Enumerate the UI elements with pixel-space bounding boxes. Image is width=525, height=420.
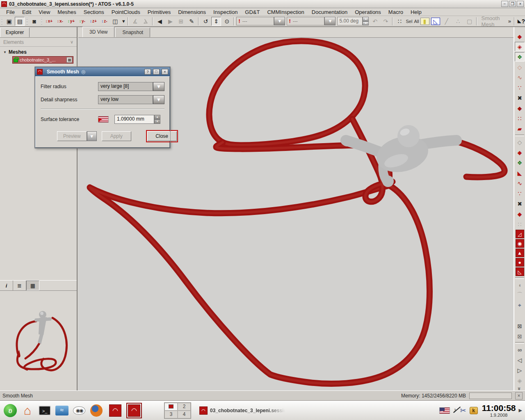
toolbar-grip[interactable] <box>41 17 42 25</box>
sel-label[interactable]: Sel <box>405 19 413 24</box>
zoom-view-icon[interactable]: ⊙ <box>222 17 232 26</box>
polyhedron-gray-icon[interactable]: ◇ <box>515 137 525 147</box>
spin-up-icon[interactable]: ▲ <box>154 115 160 119</box>
whats-this-icon[interactable]: ◣ ? <box>518 18 525 25</box>
menu-item[interactable]: Edit <box>18 8 35 16</box>
rotate-view-icon[interactable]: ↺ <box>201 17 210 26</box>
view-cube-icon[interactable]: ◫ <box>110 17 120 26</box>
apply-button[interactable]: Apply <box>102 131 131 141</box>
delete-box-icon[interactable]: ⊠ <box>515 321 525 331</box>
bridge-gray-icon[interactable]: ⌒ <box>515 290 525 300</box>
menu-item[interactable]: Dimensions <box>174 8 210 16</box>
visibility-checkbox[interactable] <box>66 57 72 63</box>
view-z-plus-icon[interactable]: ↕z+ <box>88 17 99 26</box>
info-tab-icon[interactable]: i <box>0 281 13 290</box>
sphere-cluster2-icon[interactable]: ∵ <box>515 189 525 198</box>
wedge-mesh-icon[interactable]: ◣ <box>515 168 525 178</box>
rotation-angle-field[interactable]: 5.00 deg ▲▼ <box>337 17 369 25</box>
sep-3[interactable] <box>515 342 524 344</box>
redo-icon[interactable]: ↷ <box>381 17 390 26</box>
openoffice-icon[interactable]: ≈ <box>54 403 70 418</box>
volume-muted-icon[interactable]: ♪ <box>453 406 457 415</box>
status-close-icon[interactable]: × <box>515 392 523 399</box>
select-surface-icon[interactable]: ▢ <box>465 17 475 26</box>
view-x-minus-icon[interactable]: ↕x- <box>55 17 66 26</box>
menu-item[interactable]: Help <box>407 8 425 16</box>
pager-desktop-3[interactable]: 3 <box>164 411 178 418</box>
blank-icon[interactable] <box>515 311 525 320</box>
snapshot-save-icon[interactable]: ◙ <box>30 17 39 26</box>
filter-radius-select[interactable]: very large [8] ▼ <box>98 82 164 91</box>
cut-mesh2-icon[interactable]: ❖ <box>515 158 525 167</box>
menu-item[interactable]: Documentation <box>308 8 351 16</box>
clock[interactable]: 11:00:58 1.9.2008 <box>482 404 516 418</box>
view-y-plus-icon[interactable]: ↕y+ <box>66 17 77 26</box>
dialog-titlebar[interactable]: ◠ Smooth Mesh ◎ ? □ × <box>35 67 170 76</box>
spin-down-icon[interactable]: ▼ <box>363 21 369 26</box>
combo-dropdown-icon[interactable]: ▼ <box>324 17 336 25</box>
toolbar-more-icon[interactable]: » <box>516 387 523 390</box>
window-titlebar[interactable]: ◠ 03_chobotnatec_3_lepeni.session(*) - A… <box>0 0 525 8</box>
close-button[interactable]: × <box>517 1 524 7</box>
scatter-squares-icon[interactable]: ∷ <box>515 219 525 229</box>
undo-icon[interactable]: ↶ <box>370 17 380 26</box>
lock-gray-icon[interactable]: ◈ <box>515 376 525 385</box>
dialog-maximize-button[interactable]: □ <box>153 69 160 75</box>
sep-2[interactable] <box>515 277 524 279</box>
select-line-icon[interactable]: ╱ <box>442 17 452 26</box>
menu-item[interactable]: Meshes <box>54 8 80 16</box>
pick-right-icon[interactable]: ▷ <box>515 365 525 375</box>
scatter-points-icon[interactable]: ∷ <box>515 114 525 123</box>
save-view-icon[interactable]: ⊞ <box>176 17 186 26</box>
keyboard-layout-flag-icon[interactable]: US <box>439 407 450 414</box>
tree-expand-icon[interactable]: ▼ <box>3 50 7 54</box>
move-points2-icon[interactable]: ✖ <box>515 199 525 208</box>
mesh-sheet2-icon[interactable]: ◆ <box>515 148 525 157</box>
klipper-icon[interactable]: ✂ <box>460 406 466 415</box>
tab-explorer[interactable]: Explorer <box>0 27 30 37</box>
toolbar-grip[interactable] <box>26 17 27 25</box>
mesh-polygon-icon[interactable]: ◆ <box>515 32 525 41</box>
spin-down-icon[interactable]: ▼ <box>154 119 160 124</box>
menu-item[interactable]: Operations <box>351 8 385 16</box>
cone-tool-icon[interactable]: ▲ <box>516 249 524 257</box>
rotate-step-right-icon[interactable]: ∡ <box>141 17 151 26</box>
desktop-pager[interactable]: 2 3 4 <box>164 402 191 419</box>
repair-tool-icon[interactable]: ⌖ <box>515 301 525 310</box>
view-cube-caret[interactable]: ▾ <box>121 18 127 24</box>
restore-button[interactable]: ❐ <box>509 1 516 7</box>
link-points-icon[interactable]: ∞ <box>515 345 525 354</box>
menu-item[interactable]: File <box>2 8 18 16</box>
minimize-button[interactable]: − <box>501 1 508 7</box>
pager-desktop-4[interactable]: 4 <box>178 411 191 418</box>
toolbar-grip[interactable] <box>1 17 2 25</box>
rotate-step-left-icon[interactable]: ∡ <box>130 17 140 26</box>
xeyes-icon[interactable]: ◉◉ <box>71 403 87 418</box>
panel-hide-icon[interactable]: ▶ <box>518 408 523 413</box>
chevron-down-icon[interactable]: ▼ <box>153 95 164 104</box>
split-tool-icon[interactable]: ◺ <box>516 267 524 276</box>
sep-1[interactable] <box>515 135 524 136</box>
atos-launcher-icon[interactable]: ◠ <box>107 403 123 418</box>
blob-gray-icon[interactable]: ◖ <box>515 280 525 290</box>
delete-half-box-icon[interactable]: ⊠ <box>515 331 525 341</box>
view-x-plus-icon[interactable]: ↕x+ <box>43 17 55 26</box>
menu-item[interactable]: GD&T <box>241 8 263 16</box>
cone-mesh-icon[interactable]: ◆ <box>515 103 525 113</box>
view-forward-icon[interactable]: ▶ <box>165 17 175 26</box>
chevron-down-icon[interactable]: ∨ <box>70 39 73 45</box>
close-button[interactable]: Close <box>147 131 177 141</box>
atos-window-icon[interactable]: ◠ <box>126 403 142 418</box>
mesh-on-sheet-icon[interactable]: ◈ <box>515 42 525 51</box>
project-template-icon[interactable]: ▣ <box>4 17 14 26</box>
kwallet-icon[interactable]: k <box>470 407 478 414</box>
sphere-tool-icon[interactable]: ◉ <box>516 239 524 248</box>
all-label[interactable]: All <box>413 19 420 24</box>
menu-item[interactable]: Primitives <box>144 8 174 16</box>
list-tab-icon[interactable]: ≣ <box>13 281 26 290</box>
menu-item[interactable]: Sections <box>80 8 108 16</box>
detail-sharpness-select[interactable]: very low ▼ <box>98 95 164 104</box>
view-y-minus-icon[interactable]: ↕y- <box>77 17 88 26</box>
plane-mesh-icon[interactable]: ▰ <box>515 124 525 133</box>
taskbar-window-entry[interactable]: ◠ 03_chobotnatec_3_lepeni.sessio <box>197 403 328 418</box>
